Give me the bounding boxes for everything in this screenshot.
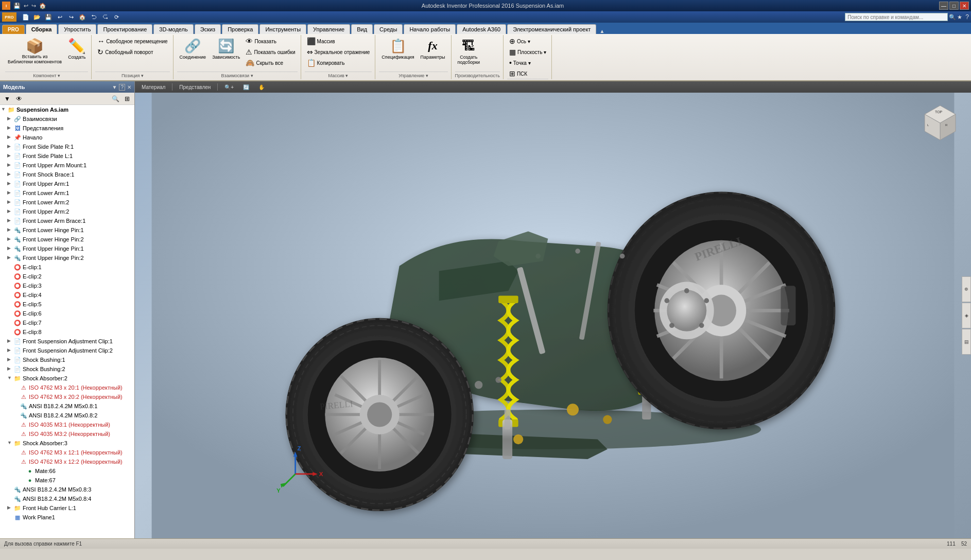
tree-item-fsa-clip2[interactable]: ▶ 📄 Front Suspension Adjustment Clip:2 (0, 346, 134, 355)
search-input[interactable] (845, 13, 948, 21)
insert-from-library-button[interactable]: 📦 Вставить изБиблиотеки компонентов (5, 36, 64, 66)
tab-tools[interactable]: Инструменты (259, 24, 306, 34)
tree-item-front-side-plate-r1[interactable]: ▶ 📄 Front Side Plate R:1 (0, 142, 134, 151)
tree-item-e-clip5[interactable]: ▶ ⭕ E-clip:5 (0, 300, 134, 309)
tree-item-relations[interactable]: ▶ 🔗 Взаимосвязи (0, 114, 134, 124)
plane-button[interactable]: ▦ Плоскость ▾ (507, 47, 548, 57)
expand-start[interactable]: ▶ (7, 134, 13, 141)
tab-electromechanical[interactable]: Электромеханический проект (507, 24, 596, 34)
expand-sa2[interactable]: ▼ (7, 375, 13, 381)
ucs-button[interactable]: ⊞ ПСК (507, 68, 548, 79)
tree-item-front-upper-hinge-pin2[interactable]: ▶ 🔩 Front Upper Hinge Pin:2 (0, 253, 134, 262)
create-subassembly-button[interactable]: 🏗 Создатьподсборки (455, 36, 483, 66)
nav-tool-3[interactable]: ▤ (962, 329, 971, 355)
help-icon[interactable]: ? (965, 13, 969, 21)
viewport[interactable]: PIRELLI PIRELLI X Z Y (135, 93, 971, 538)
params-button[interactable]: fx Параметры (418, 36, 448, 61)
tree-item-shock-absorber3[interactable]: ▼ 📁 Shock Absorber:3 (0, 439, 134, 448)
minimize-button[interactable]: — (939, 2, 948, 10)
panel-close-icon[interactable]: ✕ (127, 84, 131, 90)
qa-return[interactable]: ⮌ (89, 12, 99, 22)
show-button[interactable]: 👁 Показать (244, 36, 297, 46)
tree-item-e-clip2[interactable]: ▶ ⭕ E-clip:2 (0, 272, 134, 281)
tree-item-e-clip8[interactable]: ▶ ⭕ E-clip:8 (0, 327, 134, 337)
tree-item-fsa-clip1[interactable]: ▶ 📄 Front Suspension Adjustment Clip:1 (0, 337, 134, 346)
qa-forward[interactable]: ⮎ (100, 12, 110, 22)
panel-help-icon[interactable]: ? (119, 84, 125, 91)
tab-simplify[interactable]: Упростить (58, 24, 96, 34)
search-icon[interactable]: 🔍 (949, 14, 956, 21)
mass-button[interactable]: ⬛ Массив (305, 36, 372, 46)
tree-item-front-upper-hinge-pin1[interactable]: ▶ 🔩 Front Upper Hinge Pin:1 (0, 244, 134, 253)
tree-item-ansi-m5-3[interactable]: ▶ 🔩 ANSI B18.2.4.2M M5x0.8:3 (0, 485, 134, 494)
tab-design[interactable]: Проектирование (97, 24, 152, 34)
tab-environments[interactable]: Среды (374, 24, 403, 34)
view-cube[interactable]: TOP R L (920, 103, 961, 144)
tree-item-front-lower-arm2[interactable]: ▶ 📄 Front Lower Arm:2 (0, 198, 134, 207)
dependency-button[interactable]: 🔄 Зависимость (210, 36, 242, 61)
qa-redo[interactable]: ↪ (66, 12, 76, 22)
tree-item-shock-bushing1[interactable]: ▶ 📄 Shock Bushing:1 (0, 355, 134, 364)
search-panel-icon[interactable]: 🔍 (110, 94, 120, 103)
qa-undo[interactable]: ↩ (55, 12, 65, 22)
quick-save[interactable]: 💾 (13, 3, 21, 9)
quick-redo[interactable]: ↪ (31, 3, 36, 9)
favorites-icon[interactable]: ★ (957, 14, 962, 21)
tree-item-front-lower-arm1[interactable]: ▶ 📄 Front Lower Arm:1 (0, 188, 134, 198)
qa-home[interactable]: 🏠 (77, 12, 88, 22)
tree-item-ansi2[interactable]: ▶ 🔩 ANSI B18.2.4.2M M5x0.8:2 (0, 411, 134, 420)
tree-item-front-lower-hinge-pin2[interactable]: ▶ 🔩 Front Lower Hinge Pin:2 (0, 235, 134, 244)
panel-content[interactable]: ▼ 📁 Suspension As.iam ▶ 🔗 Взаимосвязи ▶ … (0, 105, 134, 538)
tab-pro[interactable]: PRO (2, 25, 25, 34)
create-button[interactable]: ✏️ Создать (65, 36, 88, 61)
quick-undo[interactable]: ↩ (24, 3, 28, 9)
tab-3dmodel[interactable]: 3D-модель (153, 24, 193, 34)
maximize-button[interactable]: □ (949, 2, 959, 10)
tree-item-root[interactable]: ▼ 📁 Suspension As.iam (0, 105, 134, 114)
qa-save[interactable]: 💾 (43, 12, 54, 22)
axis-button[interactable]: ⊕ Ось ▾ (507, 36, 548, 46)
tree-item-front-side-plate-l1[interactable]: ▶ 📄 Front Side Plate L:1 (0, 151, 134, 161)
expand-relations[interactable]: ▶ (7, 116, 13, 122)
expand-sa3[interactable]: ▼ (7, 440, 13, 446)
vt-nav-btn[interactable]: 🔍+ (221, 83, 237, 91)
tree-item-front-upper-arm2[interactable]: ▶ 📄 Front Upper Arm:2 (0, 207, 134, 216)
tab-assembly[interactable]: Сборка (26, 24, 58, 34)
expand-root[interactable]: ▼ (1, 107, 7, 113)
tree-item-ansi1[interactable]: ▶ 🔩 ANSI B18.2.4.2M M5x0.8:1 (0, 401, 134, 411)
tree-item-start[interactable]: ▶ 📌 Начало (0, 133, 134, 142)
tree-item-iso4762-m3x12-1[interactable]: ▶ ⚠ ISO 4762 M3 x 12:1 (Некорректный) (0, 448, 134, 457)
spec-button[interactable]: 📋 Спецификация (379, 36, 417, 61)
tree-item-front-lower-hinge-pin1[interactable]: ▶ 🔩 Front Lower Hinge Pin:1 (0, 225, 134, 235)
tab-sketch[interactable]: Эскиз (195, 24, 221, 34)
mirror-button[interactable]: ⇔ Зеркальное отражение (305, 47, 372, 57)
vt-zoom-btn[interactable]: 🔄 (239, 83, 253, 91)
close-button[interactable]: ✕ (960, 2, 969, 10)
connection-button[interactable]: 🔗 Соединение (177, 36, 209, 61)
point-button[interactable]: • Точка ▾ (507, 58, 548, 68)
tab-check[interactable]: Проверка (222, 24, 258, 34)
free-move-button[interactable]: ↔ Свободное перемещение (95, 36, 169, 46)
view-assembly-icon[interactable]: 👁 (14, 94, 24, 103)
tree-item-mate66[interactable]: ▶ ● Mate:66 (0, 466, 134, 476)
tree-item-e-clip7[interactable]: ▶ ⭕ E-clip:7 (0, 318, 134, 327)
filter-icon[interactable]: ▼ (2, 94, 12, 103)
tree-item-iso4035-1[interactable]: ▶ ⚠ ISO 4035 M3:1 (Некорректный) (0, 420, 134, 429)
qa-new[interactable]: 📄 (21, 12, 31, 22)
tab-manage[interactable]: Управление (307, 24, 350, 34)
tree-item-front-upper-arm-mount1[interactable]: ▶ 📄 Front Upper Arm Mount:1 (0, 161, 134, 170)
expand-representations[interactable]: ▶ (7, 125, 13, 131)
expand-panel-icon[interactable]: ⊞ (122, 94, 132, 103)
qa-open[interactable]: 📂 (32, 12, 42, 22)
tree-item-front-upper-arm1[interactable]: ▶ 📄 Front Upper Arm:1 (0, 179, 134, 188)
nav-tool-2[interactable]: ◈ (962, 303, 971, 328)
qa-update[interactable]: ⟳ (111, 12, 122, 22)
tree-item-work-plane1[interactable]: ▶ ▦ Work Plane1 (0, 513, 134, 522)
tree-item-front-lower-arm-brace1[interactable]: ▶ 📄 Front Lower Arm Brace:1 (0, 216, 134, 225)
nav-tool-1[interactable]: ⊕ (962, 276, 971, 302)
copy-button[interactable]: 📋 Копировать (305, 58, 372, 68)
tree-item-iso4762-2[interactable]: ▶ ⚠ ISO 4762 M3 x 20:2 (Некорректный) (0, 392, 134, 401)
vt-view-mode-label[interactable]: Представлен (176, 83, 214, 91)
tab-getstarted[interactable]: Начало работы (404, 24, 456, 34)
tree-item-e-clip6[interactable]: ▶ ⭕ E-clip:6 (0, 309, 134, 318)
